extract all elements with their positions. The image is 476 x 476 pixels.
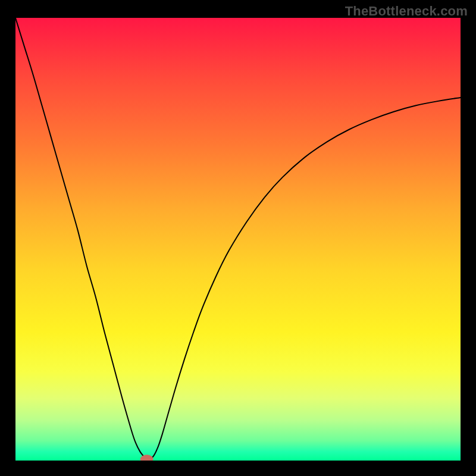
optimal-point-marker xyxy=(140,455,153,461)
bottleneck-chart xyxy=(15,18,461,461)
chart-frame: TheBottleneck.com xyxy=(0,0,476,476)
watermark-text: TheBottleneck.com xyxy=(345,4,468,19)
gradient-background xyxy=(15,18,461,461)
plot-area xyxy=(15,18,461,461)
